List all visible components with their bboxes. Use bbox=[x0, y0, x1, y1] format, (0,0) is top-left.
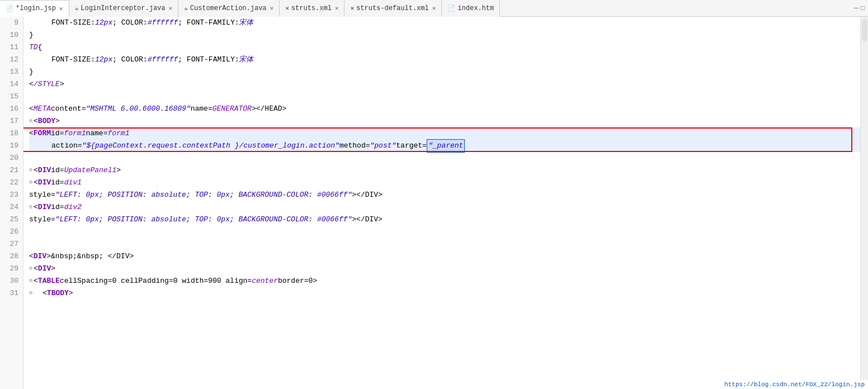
scrollbar[interactable] bbox=[860, 17, 868, 389]
line-num-17: 17 bbox=[0, 115, 18, 127]
code-line-22: ⊖<DIV id=div1 bbox=[29, 177, 860, 189]
line-num-15: 15 bbox=[0, 91, 18, 103]
line-num-23: 23 bbox=[0, 189, 18, 201]
code-line-24: ⊖<DIV id=div2 bbox=[29, 201, 860, 214]
line-numbers: 9 10 11 12 13 14 15 16 17 18 19 20 21 22… bbox=[0, 17, 23, 389]
line-num-19: 19 bbox=[0, 140, 18, 152]
window-controls: — □ bbox=[855, 4, 868, 12]
tab-index-htm[interactable]: 📄 index.htm bbox=[442, 0, 500, 17]
java-file-icon2: ☕ bbox=[184, 4, 188, 12]
tab-close-button[interactable]: ✕ bbox=[59, 5, 63, 12]
line-num-12: 12 bbox=[0, 54, 18, 66]
code-line-31: ⊖<TBODY> bbox=[29, 287, 860, 300]
htm-file-icon: 📄 bbox=[447, 4, 455, 12]
code-line-27 bbox=[29, 238, 860, 250]
code-line-18: <FORM id=form1 name=form1 bbox=[29, 127, 860, 140]
code-line-10: } bbox=[29, 29, 860, 41]
code-line-26 bbox=[29, 226, 860, 238]
code-line-11: TD { bbox=[29, 41, 860, 54]
tab-customer-action[interactable]: ☕ CustomerAction.java ✕ bbox=[178, 0, 280, 17]
tab-login-interceptor[interactable]: ☕ LoginInterceptor.java ✕ bbox=[69, 0, 178, 17]
line-num-22: 22 bbox=[0, 177, 18, 189]
minimize-button[interactable]: — bbox=[855, 4, 858, 12]
code-line-30: ⊖<TABLE cellSpacing=0 cellPadding=0 widt… bbox=[29, 275, 860, 287]
code-line-23: style="LEFT: 0px; POSITION: absolute; TO… bbox=[29, 189, 860, 201]
code-line-17: ⊖<BODY> bbox=[29, 115, 860, 127]
line-num-30: 30 bbox=[0, 275, 18, 287]
tab-label: LoginInterceptor.java bbox=[81, 4, 165, 12]
line-num-26: 26 bbox=[0, 226, 18, 238]
code-line-14: </STYLE> bbox=[29, 78, 860, 91]
tab-label: struts.xml bbox=[291, 4, 332, 12]
jsp-file-icon: 📄 bbox=[6, 5, 13, 12]
line-num-10: 10 bbox=[0, 29, 18, 41]
target-highlight: "_parent bbox=[427, 139, 465, 153]
line-num-11: 11 bbox=[0, 41, 18, 54]
tab-struts-default-xml[interactable]: ✕ struts-default.xml ✕ bbox=[345, 0, 442, 17]
tab-close-button3[interactable]: ✕ bbox=[335, 4, 339, 12]
code-line-13: } bbox=[29, 66, 860, 78]
line-num-27: 27 bbox=[0, 238, 18, 250]
code-line-19: action="${pageContext.request.contextPat… bbox=[29, 140, 860, 152]
code-line-15 bbox=[29, 91, 860, 103]
line-num-20: 20 bbox=[0, 152, 18, 164]
code-content[interactable]: FONT-SIZE: 12px; COLOR: #ffffff; FONT-FA… bbox=[23, 17, 860, 389]
line-num-24: 24 bbox=[0, 201, 18, 214]
tab-bar: 📄 *login.jsp ✕ ☕ LoginInterceptor.java ✕… bbox=[0, 0, 868, 17]
tab-label: CustomerAction.java bbox=[190, 4, 267, 12]
code-line-21: ⊖<DIV id=UpdatePanel1> bbox=[29, 164, 860, 177]
code-line-25: style="LEFT: 0px; POSITION: absolute; TO… bbox=[29, 214, 860, 226]
code-line-28: <DIV>&nbsp;&nbsp; </DIV> bbox=[29, 250, 860, 263]
line-num-16: 16 bbox=[0, 103, 18, 115]
code-line-29: ⊖<DIV> bbox=[29, 263, 860, 275]
line-num-31: 31 bbox=[0, 287, 18, 300]
line-num-28: 28 bbox=[0, 250, 18, 263]
tab-close-button[interactable]: ✕ bbox=[169, 4, 173, 12]
code-line-20 bbox=[29, 152, 860, 164]
editor-area: 9 10 11 12 13 14 15 16 17 18 19 20 21 22… bbox=[0, 17, 868, 389]
tab-login-jsp[interactable]: 📄 *login.jsp ✕ bbox=[0, 0, 69, 17]
line-num-18: 18 bbox=[0, 127, 18, 140]
xml-file-icon: ✕ bbox=[285, 4, 289, 12]
scrollbar-thumb[interactable] bbox=[862, 19, 867, 41]
tab-label: *login.jsp bbox=[16, 4, 56, 12]
code-line-12: FONT-SIZE: 12px; COLOR: #ffffff; FONT-FA… bbox=[29, 54, 860, 66]
line-num-29: 29 bbox=[0, 263, 18, 275]
code-line-9: FONT-SIZE: 12px; COLOR: #ffffff; FONT-FA… bbox=[29, 17, 860, 29]
line-num-13: 13 bbox=[0, 66, 18, 78]
line-num-25: 25 bbox=[0, 214, 18, 226]
code-line-16: <META content="MSHTML 6.00.6000.16809" n… bbox=[29, 103, 860, 115]
status-url: https://blog.csdn.net/FOX_22/login.jsp bbox=[721, 380, 868, 389]
tab-label: index.htm bbox=[457, 4, 494, 12]
restore-button[interactable]: □ bbox=[861, 4, 865, 12]
tab-label: struts-default.xml bbox=[356, 4, 429, 12]
tab-struts-xml[interactable]: ✕ struts.xml ✕ bbox=[280, 0, 345, 17]
tab-close-button2[interactable]: ✕ bbox=[270, 4, 274, 12]
line-num-14: 14 bbox=[0, 78, 18, 91]
java-file-icon: ☕ bbox=[75, 4, 79, 12]
line-num-9: 9 bbox=[0, 17, 18, 29]
line-num-21: 21 bbox=[0, 164, 18, 177]
tab-close-button4[interactable]: ✕ bbox=[432, 4, 436, 12]
xml-file-icon2: ✕ bbox=[350, 4, 354, 12]
